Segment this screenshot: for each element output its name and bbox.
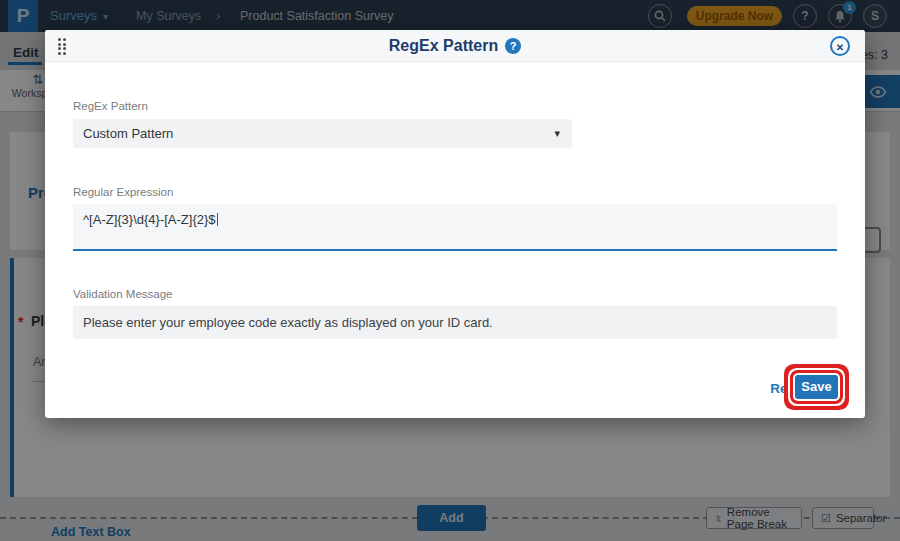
- close-button[interactable]: ✕: [830, 36, 850, 56]
- close-icon: ✕: [836, 42, 844, 53]
- app-window: P Surveys▾ My Surveys › Product Satisfac…: [0, 0, 900, 541]
- pattern-field-label: RegEx Pattern: [73, 100, 148, 112]
- modal-title: RegEx Pattern: [389, 37, 498, 55]
- regex-input[interactable]: ^[A-Z]{3}\d{4}-[A-Z]{2}$: [73, 204, 837, 251]
- regex-pattern-modal: RegEx Pattern ? ✕ RegEx Pattern Custom P…: [45, 30, 865, 418]
- message-field-label: Validation Message: [73, 288, 173, 300]
- pattern-select[interactable]: Custom Pattern ▾: [73, 119, 572, 148]
- modal-title-row: RegEx Pattern ?: [45, 30, 865, 62]
- regex-input-value: ^[A-Z]{3}\d{4}-[A-Z]{2}$: [83, 212, 216, 227]
- regex-field-label: Regular Expression: [73, 186, 173, 198]
- modal-header: RegEx Pattern ? ✕: [45, 30, 865, 62]
- save-button[interactable]: Save: [795, 375, 838, 399]
- help-icon[interactable]: ?: [505, 38, 521, 54]
- chevron-down-icon: ▾: [554, 119, 560, 148]
- pattern-select-value: Custom Pattern: [83, 126, 173, 141]
- text-cursor: [217, 213, 218, 226]
- validation-message-input[interactable]: Please enter your employee code exactly …: [73, 306, 837, 339]
